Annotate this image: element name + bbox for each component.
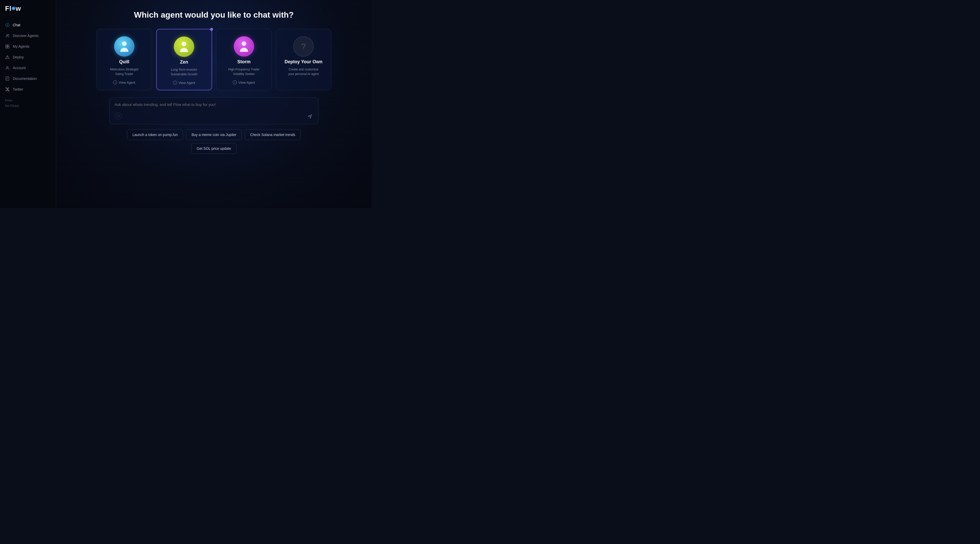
storm-figure bbox=[239, 40, 249, 53]
sidebar: Flw Chat Discover Agents bbox=[0, 0, 56, 208]
agents-row: Quill Meticulous Strategist Swing Trader… bbox=[97, 29, 331, 90]
sidebar-item-account-label: Account bbox=[13, 66, 26, 70]
sidebar-item-twitter[interactable]: Twitter bbox=[0, 84, 56, 95]
chat-input-footer bbox=[115, 112, 313, 119]
svg-point-18 bbox=[242, 41, 246, 46]
storm-info-icon: i bbox=[233, 80, 237, 84]
storm-view-agent-btn[interactable]: i View Agent bbox=[233, 80, 255, 84]
sidebar-item-account[interactable]: Account bbox=[0, 62, 56, 73]
agent-card-zen[interactable]: Zen Long-Term Investor Sustainable Growt… bbox=[156, 29, 212, 90]
sidebar-item-deploy-label: Deploy bbox=[13, 55, 24, 59]
quick-actions: Launch a token on pump.fun Buy a meme co… bbox=[109, 129, 318, 154]
deploy-own-name: Deploy Your Own bbox=[285, 59, 322, 65]
svg-rect-6 bbox=[6, 47, 7, 48]
deploy-question-icon: ? bbox=[301, 42, 306, 51]
quill-figure bbox=[119, 40, 129, 53]
deploy-icon bbox=[5, 55, 10, 59]
storm-description: High-Frequency Trader Volatility Seeker bbox=[228, 67, 259, 76]
discover-icon bbox=[5, 33, 10, 38]
svg-point-11 bbox=[6, 66, 8, 68]
app-logo: Flw bbox=[0, 0, 56, 17]
chat-icon bbox=[5, 23, 10, 27]
quick-action-buy-meme[interactable]: Buy a meme coin via Jupiter bbox=[186, 129, 242, 140]
no-flows-label: No Flows bbox=[0, 103, 56, 111]
flows-section-label: Flows bbox=[0, 95, 56, 103]
svg-rect-5 bbox=[8, 45, 9, 46]
zen-info-icon: i bbox=[173, 81, 177, 85]
attach-button[interactable] bbox=[115, 112, 122, 119]
svg-point-19 bbox=[117, 115, 120, 118]
zen-figure bbox=[179, 40, 189, 53]
zen-name: Zen bbox=[180, 59, 188, 65]
agent-card-storm[interactable]: Storm High-Frequency Trader Volatility S… bbox=[216, 29, 272, 90]
send-button[interactable] bbox=[307, 112, 314, 119]
quill-info-icon: i bbox=[113, 80, 117, 84]
quick-action-check-solana[interactable]: Check Solana market trends bbox=[245, 129, 301, 140]
agent-card-quill[interactable]: Quill Meticulous Strategist Swing Trader… bbox=[97, 29, 152, 90]
deploy-own-description: Create and customize your personal AI ag… bbox=[288, 67, 319, 76]
my-agents-icon bbox=[5, 44, 10, 49]
sidebar-item-discover[interactable]: Discover Agents bbox=[0, 30, 56, 41]
page-title: Which agent would you like to chat with? bbox=[134, 10, 294, 20]
zen-view-agent-btn[interactable]: i View Agent bbox=[173, 81, 195, 85]
quill-avatar bbox=[114, 36, 135, 57]
svg-point-16 bbox=[122, 41, 127, 46]
main-content: Which agent would you like to chat with?… bbox=[56, 0, 372, 208]
sidebar-item-discover-label: Discover Agents bbox=[13, 34, 38, 38]
svg-point-3 bbox=[8, 35, 9, 35]
svg-point-1 bbox=[7, 25, 8, 25]
chat-input-container bbox=[109, 97, 318, 124]
agent-card-deploy-own[interactable]: ? Deploy Your Own Create and customize y… bbox=[276, 29, 331, 90]
sidebar-item-twitter-label: Twitter bbox=[13, 87, 23, 91]
sidebar-item-documentation[interactable]: Documentation bbox=[0, 73, 56, 84]
storm-avatar bbox=[234, 36, 254, 57]
quick-action-sol-price[interactable]: Get SOL price update bbox=[191, 143, 237, 154]
quick-action-launch-token[interactable]: Launch a token on pump.fun bbox=[127, 129, 183, 140]
quill-description: Meticulous Strategist Swing Trader bbox=[110, 67, 138, 76]
sidebar-item-my-agents-label: My Agents bbox=[13, 45, 29, 48]
deploy-own-avatar: ? bbox=[293, 36, 313, 57]
sidebar-item-chat[interactable]: Chat bbox=[0, 20, 56, 30]
sidebar-item-chat-label: Chat bbox=[13, 23, 21, 27]
svg-point-2 bbox=[6, 34, 8, 36]
sidebar-item-deploy[interactable]: Deploy bbox=[0, 52, 56, 62]
docs-icon bbox=[5, 76, 10, 81]
quill-name: Quill bbox=[119, 59, 129, 65]
sidebar-nav: Chat Discover Agents bbox=[0, 17, 56, 208]
zen-avatar bbox=[174, 37, 194, 57]
twitter-icon bbox=[5, 87, 10, 92]
storm-name: Storm bbox=[237, 59, 251, 65]
sidebar-item-documentation-label: Documentation bbox=[13, 76, 37, 81]
sidebar-item-my-agents[interactable]: My Agents bbox=[0, 41, 56, 52]
svg-rect-4 bbox=[6, 45, 7, 46]
chat-input[interactable] bbox=[115, 102, 313, 107]
svg-point-17 bbox=[182, 41, 186, 46]
account-icon bbox=[5, 65, 10, 70]
svg-rect-7 bbox=[8, 47, 9, 48]
zen-description: Long-Term Investor Sustainable Growth bbox=[171, 67, 197, 76]
quill-view-agent-btn[interactable]: i View Agent bbox=[113, 80, 135, 84]
